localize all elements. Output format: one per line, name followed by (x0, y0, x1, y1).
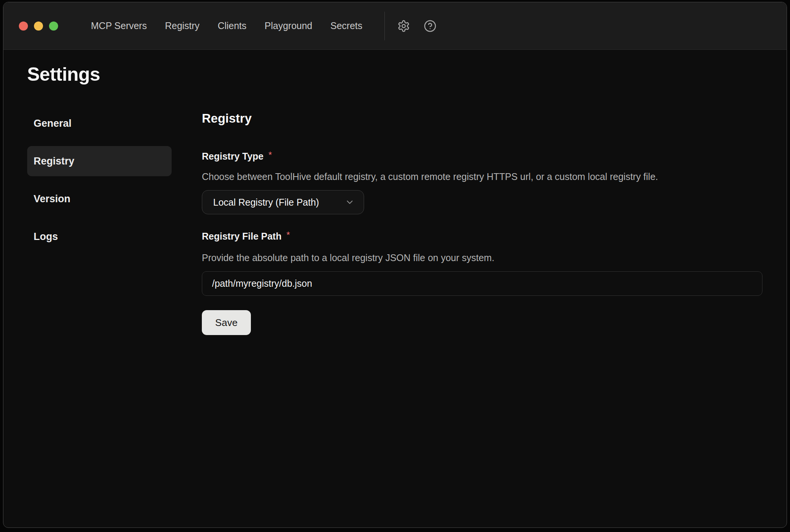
registry-settings-panel: Registry Registry Type * Choose between … (202, 108, 762, 335)
registry-file-path-label: Registry File Path (202, 230, 281, 243)
registry-file-path-input[interactable] (202, 271, 762, 296)
registry-type-label: Registry Type (202, 150, 263, 163)
nav-item-secrets[interactable]: Secrets (330, 20, 363, 31)
help-icon[interactable] (423, 19, 437, 33)
app-window: MCP Servers Registry Clients Playground … (3, 2, 787, 528)
titlebar-icons (397, 19, 437, 33)
nav-item-registry[interactable]: Registry (165, 20, 200, 31)
nav-item-clients[interactable]: Clients (218, 20, 246, 31)
sidebar-item-logs[interactable]: Logs (27, 221, 172, 252)
gear-icon[interactable] (397, 19, 410, 33)
page-title: Settings (27, 63, 787, 86)
required-asterisk: * (286, 230, 290, 240)
sidebar-item-label: Logs (34, 231, 58, 243)
registry-type-description: Choose between ToolHive default registry… (202, 170, 762, 183)
zoom-window-button[interactable] (49, 22, 58, 31)
sidebar-item-label: Registry (34, 155, 74, 167)
sidebar-item-general[interactable]: General (27, 108, 172, 138)
top-navigation: MCP Servers Registry Clients Playground … (91, 20, 363, 31)
chevron-down-icon (345, 197, 355, 207)
registry-type-label-row: Registry Type * (202, 150, 762, 163)
traffic-lights (3, 22, 58, 31)
settings-sidebar: General Registry Version Logs (27, 108, 172, 335)
settings-page: Settings General Registry Version Logs (3, 50, 787, 335)
nav-divider (384, 12, 385, 40)
minimize-window-button[interactable] (34, 22, 43, 31)
save-button[interactable]: Save (202, 310, 251, 335)
registry-type-select[interactable]: Local Registry (File Path) (202, 190, 364, 214)
nav-item-playground[interactable]: Playground (264, 20, 312, 31)
registry-type-selected-value: Local Registry (File Path) (213, 197, 319, 208)
required-asterisk: * (268, 150, 272, 160)
close-window-button[interactable] (19, 22, 28, 31)
registry-file-path-label-row: Registry File Path * (202, 230, 762, 243)
titlebar: MCP Servers Registry Clients Playground … (3, 2, 787, 50)
registry-file-path-description: Provide the absolute path to a local reg… (202, 251, 762, 264)
sidebar-item-label: Version (34, 193, 71, 205)
sidebar-item-registry[interactable]: Registry (27, 146, 172, 176)
sidebar-item-version[interactable]: Version (27, 184, 172, 214)
nav-item-mcp-servers[interactable]: MCP Servers (91, 20, 147, 31)
section-title: Registry (202, 111, 762, 126)
sidebar-item-label: General (34, 118, 72, 129)
